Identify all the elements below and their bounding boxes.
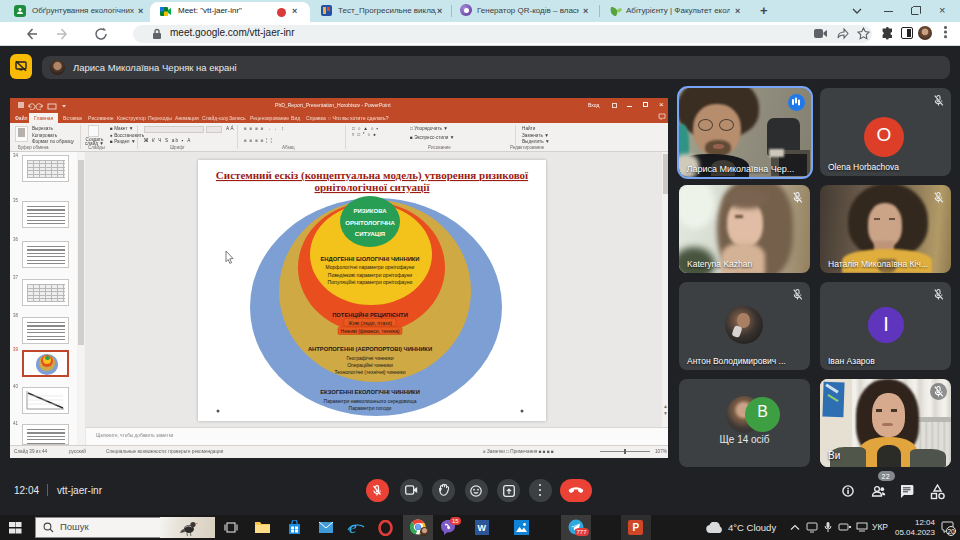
svg-text:Операційні чинники: Операційні чинники xyxy=(347,362,393,368)
svg-text:СИТУАЦІЯ: СИТУАЦІЯ xyxy=(355,231,385,237)
svg-text:орнітологічної ситуації: орнітологічної ситуації xyxy=(315,181,431,193)
svg-text:РИЗИКОВА: РИЗИКОВА xyxy=(353,208,387,214)
svg-text:ЕКЗОГЕННІ ЕКОЛОГІЧНІ ЧИННИКИ: ЕКЗОГЕННІ ЕКОЛОГІЧНІ ЧИННИКИ xyxy=(320,389,420,395)
svg-text:Технологічні (технічні) чинник: Технологічні (технічні) чинники xyxy=(334,369,405,375)
svg-text:Географічні чинники: Географічні чинники xyxy=(346,355,393,361)
svg-text:Поведінкові параметри орнітофа: Поведінкові параметри орнітофауни xyxy=(328,272,413,278)
svg-text:АНТРОПОГЕННІ (АЕРОПОРТОВІ) ЧИ: АНТРОПОГЕННІ (АЕРОПОРТОВІ) ЧИННИКИ xyxy=(308,346,432,352)
svg-text:Популяційні параметри орнітофа: Популяційні параметри орнітофауни xyxy=(328,279,413,285)
svg-text:ПОТЕНЦІЙНІ РЕЦИПІЄНТИ: ПОТЕНЦІЙНІ РЕЦИПІЄНТИ xyxy=(332,311,408,318)
svg-text:Неживі (фінанси, техніка): Неживі (фінанси, техніка) xyxy=(341,328,400,334)
svg-text:ЕНДОГЕННІ БІОЛОГІЧНІ ЧИННИКИ: ЕНДОГЕННІ БІОЛОГІЧНІ ЧИННИКИ xyxy=(320,256,419,262)
svg-text:ОРНІТОЛОГІЧНА: ОРНІТОЛОГІЧНА xyxy=(345,220,395,226)
svg-text:Морфологічні параметри орнітоф: Морфологічні параметри орнітофауни xyxy=(326,264,415,270)
svg-text:Параметри навколишнього середо: Параметри навколишнього середовища xyxy=(324,398,417,404)
svg-text:Параметри погоди: Параметри погоди xyxy=(349,405,392,411)
svg-text:Живі (люди, птахи): Живі (люди, птахи) xyxy=(348,320,392,326)
